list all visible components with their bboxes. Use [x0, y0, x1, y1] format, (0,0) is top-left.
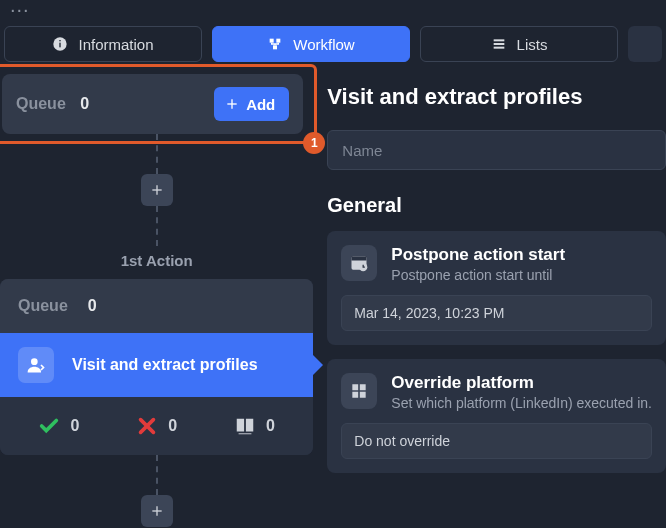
action-stats: 0 0 0 [0, 397, 313, 455]
lists-icon [491, 36, 507, 52]
setting-desc: Set which platform (LinkedIn) executed i… [391, 395, 652, 411]
svg-rect-8 [493, 47, 504, 49]
queue-label: Queue [18, 297, 68, 315]
calendar-clock-icon [341, 245, 377, 281]
more-dots-icon[interactable]: ... [10, 0, 30, 10]
queue-card[interactable]: Queue 0 Add [2, 74, 303, 134]
svg-rect-1 [60, 43, 61, 48]
svg-rect-6 [493, 39, 504, 41]
queue-label: Queue [16, 95, 66, 112]
action-title: Visit and extract profiles [72, 356, 258, 374]
add-node-button[interactable] [141, 174, 173, 206]
svg-rect-5 [273, 45, 277, 49]
tab-workflow[interactable]: Workflow [212, 26, 410, 62]
name-input[interactable] [327, 130, 666, 170]
tab-label: Information [78, 36, 153, 53]
add-node-button[interactable] [141, 495, 173, 527]
plus-icon [149, 503, 165, 519]
section-general: General [327, 194, 666, 217]
stat-success[interactable]: 0 [38, 415, 79, 437]
queue-count: 0 [88, 297, 97, 315]
svg-rect-7 [493, 43, 504, 45]
plus-icon [224, 96, 240, 112]
tab-label: Workflow [293, 36, 354, 53]
svg-rect-11 [352, 256, 367, 260]
visit-profile-icon [18, 347, 54, 383]
stat-profiles[interactable]: 0 [234, 415, 275, 437]
override-value[interactable]: Do not override [341, 423, 652, 459]
profiles-icon [234, 415, 256, 437]
setting-desc: Postpone action start until [391, 267, 565, 283]
setting-title: Postpone action start [391, 245, 565, 265]
connector-line [156, 134, 158, 174]
tab-label: Lists [517, 36, 548, 53]
panel-title: Visit and extract profiles [327, 84, 666, 110]
svg-rect-4 [277, 39, 281, 43]
connector-line [156, 455, 158, 495]
stat-value: 0 [70, 417, 79, 435]
info-icon [52, 36, 68, 52]
connector-line [156, 206, 158, 246]
setting-title: Override platform [391, 373, 652, 393]
tab-lists[interactable]: Lists [420, 26, 618, 62]
tab-extra[interactable] [628, 26, 662, 62]
first-action-label: 1st Action [0, 252, 313, 269]
plus-icon [149, 182, 165, 198]
x-icon [136, 415, 158, 437]
svg-rect-2 [60, 40, 61, 41]
tab-information[interactable]: Information [4, 26, 202, 62]
workflow-icon [267, 36, 283, 52]
action-card: Queue 0 Visit and extract profiles 0 0 [0, 279, 313, 455]
stat-fail[interactable]: 0 [136, 415, 177, 437]
add-label: Add [246, 96, 275, 113]
svg-rect-3 [270, 39, 274, 43]
action-queue-row[interactable]: Queue 0 [0, 279, 313, 333]
stat-value: 0 [266, 417, 275, 435]
stat-value: 0 [168, 417, 177, 435]
svg-point-9 [31, 358, 38, 365]
queue-count: 0 [80, 95, 89, 112]
postpone-value[interactable]: Mar 14, 2023, 10:23 PM [341, 295, 652, 331]
action-row[interactable]: Visit and extract profiles [0, 333, 313, 397]
check-icon [38, 415, 60, 437]
platform-icon [341, 373, 377, 409]
add-button[interactable]: Add [214, 87, 289, 121]
setting-override: Override platform Set which platform (Li… [327, 359, 666, 473]
setting-postpone: Postpone action start Postpone action st… [327, 231, 666, 345]
